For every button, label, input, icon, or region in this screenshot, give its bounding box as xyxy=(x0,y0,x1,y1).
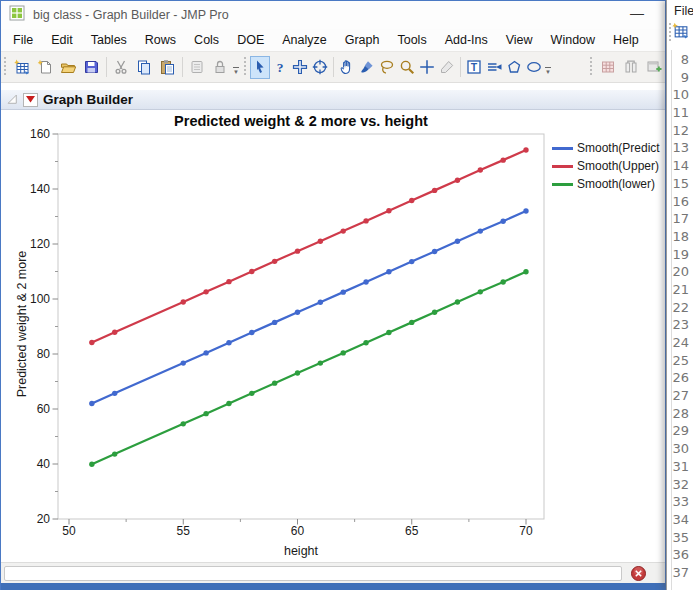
magnifier-tool-icon[interactable] xyxy=(397,56,417,79)
red-triangle-menu-button[interactable] xyxy=(23,93,38,107)
data-point[interactable] xyxy=(318,360,323,365)
data-point[interactable] xyxy=(112,391,117,396)
legend-item[interactable]: Smooth(lower) xyxy=(552,175,660,193)
data-point[interactable] xyxy=(409,198,414,203)
data-point[interactable] xyxy=(409,259,414,264)
new-script-icon[interactable] xyxy=(34,56,57,79)
row-number[interactable]: 13 xyxy=(672,140,693,158)
menu-item-rows[interactable]: Rows xyxy=(136,30,185,50)
plot-area[interactable] xyxy=(58,134,544,519)
row-number[interactable]: 24 xyxy=(672,335,693,353)
data-point[interactable] xyxy=(89,462,94,467)
row-number[interactable]: 35 xyxy=(672,530,693,548)
data-point[interactable] xyxy=(341,228,346,233)
data-point[interactable] xyxy=(272,380,277,385)
data-point[interactable] xyxy=(363,340,368,345)
text-annotate-tool-icon[interactable]: T xyxy=(464,56,484,79)
data-point[interactable] xyxy=(112,451,117,456)
data-point[interactable] xyxy=(295,370,300,375)
data-point[interactable] xyxy=(181,360,186,365)
row-number[interactable]: 8 xyxy=(672,52,693,70)
data-point[interactable] xyxy=(523,147,528,152)
data-point[interactable] xyxy=(249,269,254,274)
data-point[interactable] xyxy=(89,401,94,406)
data-point[interactable] xyxy=(318,239,323,244)
legend-item[interactable]: Smooth(Upper) xyxy=(552,157,660,175)
row-number[interactable]: 16 xyxy=(672,194,693,212)
row-number[interactable]: 15 xyxy=(672,176,693,194)
data-point[interactable] xyxy=(386,330,391,335)
data-point[interactable] xyxy=(341,350,346,355)
menu-item-cols[interactable]: Cols xyxy=(185,30,228,50)
move-tool-icon[interactable] xyxy=(290,56,310,79)
side-menu-file[interactable]: File xyxy=(667,0,693,19)
paste-icon[interactable] xyxy=(156,56,179,79)
help-tool-icon[interactable]: ? xyxy=(270,56,290,79)
row-number[interactable]: 26 xyxy=(672,370,693,388)
row-number[interactable]: 14 xyxy=(672,158,693,176)
target-tool-icon[interactable] xyxy=(310,56,330,79)
row-number[interactable]: 12 xyxy=(672,123,693,141)
data-point[interactable] xyxy=(455,178,460,183)
brush-tool-icon[interactable] xyxy=(357,56,377,79)
menu-item-tables[interactable]: Tables xyxy=(82,30,136,50)
data-point[interactable] xyxy=(203,411,208,416)
row-number[interactable]: 29 xyxy=(672,423,693,441)
legend-item[interactable]: Smooth(Predict xyxy=(552,139,660,157)
data-point[interactable] xyxy=(432,188,437,193)
data-point[interactable] xyxy=(386,208,391,213)
minimize-button[interactable]: — xyxy=(623,3,651,25)
data-point[interactable] xyxy=(500,157,505,162)
data-point[interactable] xyxy=(341,289,346,294)
lasso-tool-icon[interactable] xyxy=(377,56,397,79)
series-line-2[interactable] xyxy=(92,272,526,465)
menu-item-window[interactable]: Window xyxy=(542,30,604,50)
row-number[interactable]: 32 xyxy=(672,477,693,495)
data-point[interactable] xyxy=(203,350,208,355)
row-number[interactable]: 20 xyxy=(672,264,693,282)
data-point[interactable] xyxy=(363,279,368,284)
menu-item-view[interactable]: View xyxy=(497,30,542,50)
toolbar-overflow-button[interactable]: ▼ xyxy=(544,56,552,79)
data-point[interactable] xyxy=(523,269,528,274)
row-number[interactable]: 21 xyxy=(672,282,693,300)
data-point[interactable] xyxy=(295,310,300,315)
data-point[interactable] xyxy=(523,208,528,213)
disclosure-triangle-icon[interactable] xyxy=(6,91,18,109)
x-axis-title[interactable]: height xyxy=(58,544,544,558)
row-number[interactable]: 19 xyxy=(672,247,693,265)
row-number[interactable]: 37 xyxy=(672,565,693,583)
data-point[interactable] xyxy=(432,310,437,315)
data-point[interactable] xyxy=(432,249,437,254)
save-icon[interactable] xyxy=(80,56,103,79)
toolbar-overflow-button[interactable]: ▼ xyxy=(232,56,240,79)
y-axis-title[interactable]: Predicted weight & 2 more xyxy=(15,224,29,424)
row-number[interactable]: 31 xyxy=(672,459,693,477)
data-point[interactable] xyxy=(478,167,483,172)
data-point[interactable] xyxy=(89,340,94,345)
data-point[interactable] xyxy=(455,299,460,304)
data-point[interactable] xyxy=(272,259,277,264)
data-point[interactable] xyxy=(500,218,505,223)
data-point[interactable] xyxy=(112,330,117,335)
data-point[interactable] xyxy=(295,248,300,253)
data-point[interactable] xyxy=(249,330,254,335)
row-number[interactable]: 33 xyxy=(672,494,693,512)
data-point[interactable] xyxy=(478,228,483,233)
row-number[interactable]: 34 xyxy=(672,512,693,530)
row-number[interactable]: 25 xyxy=(672,353,693,371)
menu-item-doe[interactable]: DOE xyxy=(228,30,273,50)
new-data-table-icon[interactable] xyxy=(672,22,689,43)
hand-tool-icon[interactable] xyxy=(337,56,357,79)
new-data-table-icon[interactable] xyxy=(11,56,34,79)
data-point[interactable] xyxy=(318,300,323,305)
menu-item-add-ins[interactable]: Add-Ins xyxy=(436,30,497,50)
row-number[interactable]: 17 xyxy=(672,211,693,229)
copy-icon[interactable] xyxy=(133,56,156,79)
series-line-1[interactable] xyxy=(92,150,526,343)
menu-item-file[interactable]: File xyxy=(4,30,42,50)
data-point[interactable] xyxy=(226,279,231,284)
red-circle-x-icon[interactable] xyxy=(630,565,647,582)
data-point[interactable] xyxy=(203,289,208,294)
open-icon[interactable] xyxy=(57,56,80,79)
